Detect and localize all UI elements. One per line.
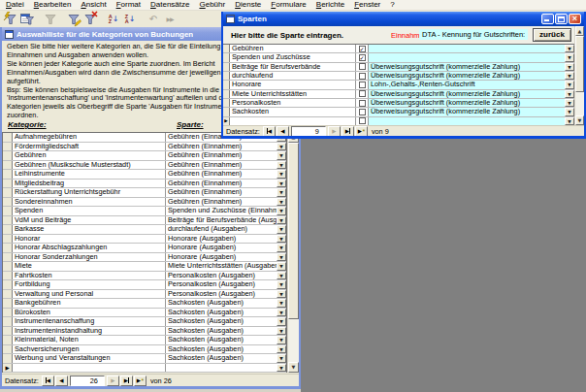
dta-cell[interactable]: Überweisungsgutschrift (kommerzielle Zah…	[369, 63, 574, 71]
sparte-cell[interactable]: Gebühren (Einnahmen)▼	[166, 180, 286, 188]
dropdown-arrow-icon[interactable]: ▼	[277, 309, 286, 317]
einnahmen-checkbox[interactable]	[359, 63, 366, 70]
sparte-cell[interactable]: Gebühren (Einnahmen)▼	[166, 188, 286, 197]
remove-filter-icon[interactable]	[82, 12, 98, 26]
menu-item-gebhr[interactable]: Gebühr	[194, 0, 230, 10]
record-selector[interactable]	[3, 345, 13, 354]
record-selector[interactable]	[3, 133, 13, 142]
last-record-button[interactable]: ▶	[120, 376, 133, 386]
sparte-name-cell[interactable]: Honorare	[230, 81, 356, 88]
sparte-name-cell[interactable]: Miete Unterrichtsstätten	[230, 90, 356, 98]
sparte-cell[interactable]: Honorare (Ausgaben)▼	[166, 253, 286, 262]
dropdown-arrow-icon[interactable]: ▼	[565, 63, 574, 71]
menu-item-formulare[interactable]: Formulare	[266, 0, 310, 10]
kategorie-cell[interactable]: Rückerstattung Unterrichtsgebühr	[13, 188, 166, 197]
sparte-name-cell[interactable]: Spenden und Zuschüsse	[230, 53, 356, 61]
kategorie-cell[interactable]: Verwaltung und Personal	[13, 290, 166, 299]
sparte-name-cell[interactable]: durchlaufend	[230, 72, 356, 80]
kategorie-cell[interactable]: Gebühren (Musikschule Musterstadt)	[13, 161, 166, 170]
record-selector[interactable]	[223, 90, 230, 98]
dta-cell[interactable]: ▼	[369, 117, 574, 125]
sparte-name-cell[interactable]: Sachkosten	[230, 108, 356, 115]
sparte-cell[interactable]: Sachkosten (Ausgaben)▼	[166, 327, 286, 336]
sparte-cell[interactable]: Gebühren (Einnahmen)▼	[166, 198, 286, 207]
einnahmen-checkbox[interactable]: ✓	[359, 54, 366, 61]
record-selector[interactable]	[223, 63, 230, 71]
record-selector[interactable]	[3, 225, 13, 234]
dropdown-arrow-icon[interactable]: ▼	[565, 117, 574, 125]
sparte-cell[interactable]: Sachkosten (Ausgaben)▼	[166, 354, 286, 363]
dropdown-arrow-icon[interactable]: ▼	[277, 336, 286, 344]
record-selector[interactable]	[223, 99, 230, 107]
dropdown-arrow-icon[interactable]: ▼	[277, 345, 286, 354]
sparte-cell[interactable]: Gebühren (Einnahmen)▼	[166, 170, 286, 179]
einnahmen-checkbox[interactable]	[359, 82, 366, 88]
record-selector[interactable]	[3, 180, 13, 188]
kategorie-cell[interactable]: Leihinstrumente	[13, 170, 166, 179]
menu-item-datei[interactable]: Datei	[1, 0, 29, 10]
kategorie-cell[interactable]: Mitgliedsbeitrag	[13, 180, 166, 188]
close-button[interactable]	[569, 14, 581, 24]
dropdown-arrow-icon[interactable]: ▼	[565, 81, 574, 88]
dropdown-arrow-icon[interactable]: ▼	[565, 53, 574, 61]
dropdown-arrow-icon[interactable]: ▼	[565, 108, 574, 115]
record-selector[interactable]	[3, 216, 13, 225]
main-scrollbar[interactable]: ▲ ▼	[287, 132, 299, 373]
dropdown-arrow-icon[interactable]: ▼	[277, 188, 286, 197]
record-selector[interactable]	[3, 317, 13, 326]
record-selector[interactable]	[3, 327, 13, 336]
sparte-cell[interactable]: Personalkosten (Ausgaben)▼	[166, 280, 286, 289]
kategorie-cell[interactable]: Fördermitgliedschaft	[13, 143, 166, 151]
sparten-scrollbar[interactable]: ▲ ▼	[574, 26, 584, 125]
dta-cell[interactable]: Überweisungsgutschrift (kommerzielle Zah…	[369, 72, 574, 80]
sparte-cell[interactable]: Spenden und Zuschüsse (Einnahmen)▼	[166, 207, 286, 215]
scroll-thumb[interactable]	[575, 36, 584, 92]
dropdown-arrow-icon[interactable]: ▼	[277, 225, 286, 234]
kategorie-cell[interactable]: Aufnahmegebühren	[13, 133, 166, 142]
kategorie-cell[interactable]: Spenden	[13, 207, 166, 215]
record-selector[interactable]	[223, 81, 230, 88]
dropdown-arrow-icon[interactable]: ▼	[565, 90, 574, 98]
sparte-cell[interactable]: Beiträge für Berufsverbände (Ausgaben)▼	[166, 216, 286, 225]
dropdown-arrow-icon[interactable]: ▼	[565, 45, 574, 52]
dropdown-arrow-icon[interactable]: ▼	[277, 244, 286, 252]
dta-cell[interactable]: Überweisungsgutschrift (kommerzielle Zah…	[369, 90, 574, 98]
kategorie-cell[interactable]: Bankgebühren	[13, 299, 166, 308]
dropdown-arrow-icon[interactable]: ▼	[277, 262, 286, 271]
menu-item-format[interactable]: Format	[112, 0, 146, 10]
dropdown-arrow-icon[interactable]: ▼	[277, 364, 286, 373]
kategorie-cell[interactable]: Instrumenteninstandhaltung	[13, 327, 166, 336]
next-record-button[interactable]: ▶	[328, 126, 341, 137]
record-selector[interactable]	[3, 309, 13, 317]
menu-item-berichte[interactable]: Berichte	[311, 0, 349, 10]
filter-by-selection-icon[interactable]	[66, 12, 81, 26]
sparte-name-cell[interactable]	[230, 117, 356, 125]
menu-item-datenstze[interactable]: Datensätze	[146, 0, 194, 10]
sparte-cell[interactable]: Personalkosten (Ausgaben)▼	[166, 272, 286, 280]
menu-item-fenster[interactable]: Fenster	[349, 0, 385, 10]
einnahmen-checkbox[interactable]	[359, 90, 366, 97]
menu-item-ansicht[interactable]: Ansicht	[76, 0, 111, 10]
kategorie-cell[interactable]: VdM und Beiträge	[13, 216, 166, 225]
new-record-button[interactable]: ▶*	[134, 376, 146, 386]
record-selector[interactable]	[3, 235, 13, 244]
menu-item-dienste[interactable]: Dienste	[230, 0, 266, 10]
kategorie-cell[interactable]: Barkasse	[13, 225, 166, 234]
record-selector[interactable]	[3, 244, 13, 252]
next-record-button[interactable]: ▶	[107, 376, 119, 386]
first-record-button[interactable]: ◀	[42, 376, 54, 386]
dta-cell[interactable]: Lohn-,Gehalts-,Renten-Gutschrift▼	[369, 81, 574, 88]
sparte-cell[interactable]: Miete Unterrichtsstätten (Ausgaben)▼	[166, 262, 286, 271]
kategorie-cell[interactable]: Werbung und Veranstaltungen	[13, 354, 166, 363]
back-button[interactable]: zurück	[533, 28, 571, 42]
scroll-up-icon[interactable]: ▲	[575, 26, 584, 36]
minimize-button[interactable]	[541, 14, 554, 24]
first-record-button[interactable]: ◀	[263, 126, 276, 137]
kategorie-cell[interactable]: Honorar	[13, 235, 166, 244]
sparte-cell[interactable]: Sachkosten (Ausgaben)▼	[166, 317, 286, 326]
dropdown-arrow-icon[interactable]: ▼	[277, 235, 286, 244]
record-number-input[interactable]	[291, 126, 326, 137]
record-number-input[interactable]	[70, 376, 105, 386]
record-selector[interactable]	[3, 143, 13, 151]
dta-cell[interactable]: Überweisungsgutschrift (kommerzielle Zah…	[369, 99, 574, 107]
